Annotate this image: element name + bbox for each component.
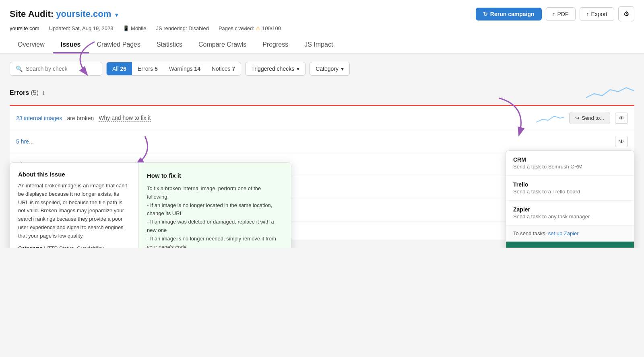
- tab-compare-crawls[interactable]: Compare Crawls: [190, 37, 254, 53]
- table-row: 23 internal images are broken Why and ho…: [10, 106, 634, 130]
- how-body: To fix a broken internal image, perform …: [147, 185, 283, 248]
- search-box[interactable]: 🔍: [10, 62, 102, 76]
- title-prefix: Site Audit:: [10, 9, 54, 19]
- tab-crawled-pages[interactable]: Crawled Pages: [89, 37, 149, 53]
- send-icon: ↪: [575, 115, 580, 121]
- issue-chart: [536, 112, 564, 124]
- dropdown-item-zapier[interactable]: Zapier Send a task to any task manager: [506, 201, 634, 226]
- about-issue-panel: About this issue An internal broken imag…: [10, 162, 138, 248]
- how-to-fix-panel: How to fix it To fix a broken internal i…: [138, 162, 291, 248]
- mini-chart: [586, 84, 634, 102]
- category-label: Category: HTTP Status, Crawlability: [18, 245, 130, 248]
- errors-title: Errors (5): [10, 89, 41, 96]
- nav-tabs: Overview Issues Crawled Pages Statistics…: [10, 37, 634, 53]
- issue-link[interactable]: 23 internal images: [16, 115, 62, 121]
- send-to-button[interactable]: ↪ Send to...: [569, 112, 610, 124]
- warning-icon: ⚠: [256, 25, 262, 31]
- issue-text: are broken: [67, 115, 94, 121]
- main-content: 🔍 All 26 Errors 5 Warnings 14 Notices 7 …: [0, 54, 644, 248]
- filter-row: 🔍 All 26 Errors 5 Warnings 14 Notices 7 …: [10, 62, 634, 76]
- top-row: Site Audit: yoursite.com ▾ ↻ Rerun campa…: [10, 6, 634, 21]
- tab-js-impact[interactable]: JS Impact: [296, 37, 341, 53]
- issue-tooltip: About this issue An internal broken imag…: [10, 162, 291, 248]
- search-icon: 🔍: [16, 66, 23, 72]
- info-icon[interactable]: ℹ: [43, 90, 45, 96]
- triggered-checks-dropdown[interactable]: Triggered checks ▾: [245, 62, 305, 76]
- meta-pages: Pages crawled: ⚠ 100/100: [219, 25, 281, 31]
- eye-button[interactable]: 👁: [615, 136, 628, 147]
- errors-section-header: Errors (5) ℹ: [10, 84, 634, 102]
- chevron-down-icon: ▾: [297, 66, 299, 72]
- table-row: 5 hre... 👁: [10, 130, 634, 153]
- pdf-button[interactable]: ↑ PDF: [546, 7, 576, 21]
- page-title: Site Audit: yoursite.com ▾: [10, 9, 118, 19]
- meta-device: 📱 Mobile: [123, 25, 146, 31]
- rerun-icon: ↻: [483, 11, 488, 17]
- header-actions: ↻ Rerun campaign ↑ PDF ↑ Export ⚙: [476, 6, 634, 21]
- meta-row: yoursite.com Updated: Sat, Aug 19, 2023 …: [10, 25, 634, 31]
- chevron-down-icon: ▾: [341, 66, 344, 72]
- tab-progress[interactable]: Progress: [254, 37, 296, 53]
- filter-tabs: All 26 Errors 5 Warnings 14 Notices 7: [106, 62, 241, 76]
- setup-zapier-link[interactable]: set up Zapier: [548, 230, 579, 236]
- about-title: About this issue: [18, 171, 130, 178]
- tab-statistics[interactable]: Statistics: [149, 37, 190, 53]
- domain-link[interactable]: yoursite.com: [56, 9, 111, 19]
- search-input[interactable]: [26, 66, 96, 72]
- why-and-how-link[interactable]: Why and how to fix it: [99, 115, 151, 122]
- dropdown-item-trello[interactable]: Trello Send a task to a Trello board: [506, 176, 634, 201]
- meta-js: JS rendering: Disabled: [156, 25, 209, 31]
- filter-tab-notices[interactable]: Notices 7: [206, 62, 241, 75]
- filter-tab-all[interactable]: All 26: [107, 62, 132, 75]
- zapier-note: To send tasks, set up Zapier: [506, 226, 634, 242]
- filter-tab-warnings[interactable]: Warnings 14: [163, 62, 206, 75]
- filter-tab-errors[interactable]: Errors 5: [132, 62, 163, 75]
- domain-dropdown-icon[interactable]: ▾: [115, 12, 118, 18]
- about-body: An internal broken image is an image tha…: [18, 182, 130, 240]
- send-to-dropdown: CRM Send a task to Semrush CRM Trello Se…: [506, 150, 634, 248]
- mobile-icon: 📱: [123, 25, 129, 31]
- tab-issues[interactable]: Issues: [53, 37, 89, 53]
- export-icon: ↑: [586, 11, 589, 17]
- eye-button[interactable]: 👁: [615, 113, 628, 124]
- settings-button[interactable]: ⚙: [618, 6, 634, 21]
- upgrade-button[interactable]: Upgrade to Business: [506, 242, 634, 248]
- issue-link[interactable]: 5 hre...: [16, 138, 34, 145]
- how-title: How to fix it: [147, 171, 283, 181]
- meta-site: yoursite.com: [10, 25, 39, 31]
- pdf-icon: ↑: [553, 11, 555, 17]
- rerun-campaign-button[interactable]: ↻ Rerun campaign: [476, 8, 542, 21]
- header: Site Audit: yoursite.com ▾ ↻ Rerun campa…: [0, 0, 644, 54]
- dropdown-item-crm[interactable]: CRM Send a task to Semrush CRM: [506, 151, 634, 176]
- tab-overview[interactable]: Overview: [10, 37, 53, 53]
- export-button[interactable]: ↑ Export: [580, 7, 614, 21]
- category-dropdown[interactable]: Category ▾: [310, 62, 350, 76]
- meta-updated: Updated: Sat, Aug 19, 2023: [49, 25, 114, 31]
